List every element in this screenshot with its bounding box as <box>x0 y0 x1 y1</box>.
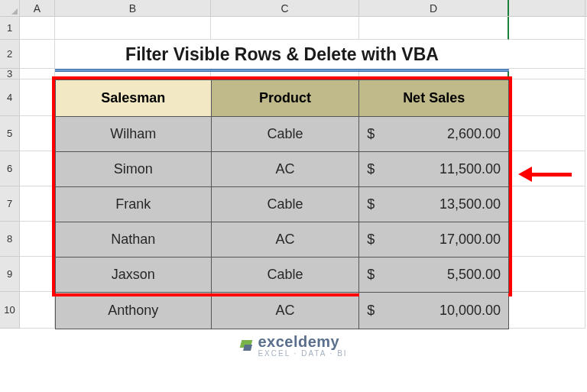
table-row[interactable]: Anthony AC $10,000.00 <box>56 293 509 329</box>
table-row[interactable]: Jaxson Cable $5,500.00 <box>56 258 509 293</box>
table-row[interactable]: Wilham Cable $2,600.00 <box>56 117 509 152</box>
pointer-arrow-icon <box>518 167 573 182</box>
cell-salesman: Jaxson <box>56 258 212 293</box>
row-header-8[interactable]: 8 <box>0 222 20 257</box>
row-header-5[interactable]: 5 <box>0 116 20 151</box>
watermark-brand: exceldemy <box>258 333 339 351</box>
data-table: Salesman Product Net Sales Wilham Cable … <box>55 79 509 329</box>
col-header-next[interactable] <box>509 0 585 16</box>
title-underline <box>55 69 509 72</box>
cell-netsales: $2,600.00 <box>359 117 509 152</box>
cell-product: Cable <box>211 258 359 293</box>
col-header-A[interactable]: A <box>20 0 55 16</box>
table-row[interactable]: Nathan AC $17,000.00 <box>56 222 509 258</box>
row-header-2[interactable]: 2 <box>0 40 20 69</box>
row-header-6[interactable]: 6 <box>0 151 20 186</box>
row-header-9[interactable]: 9 <box>0 257 20 292</box>
cell-salesman: Nathan <box>56 222 212 258</box>
cell-netsales: $5,500.00 <box>359 258 509 293</box>
col-header-C[interactable]: C <box>211 0 359 16</box>
row-header-col: 1 2 3 4 5 6 7 8 9 10 <box>0 17 20 329</box>
page-title: Filter Visible Rows & Delete with VBA <box>55 40 509 69</box>
exceldemy-logo-icon <box>239 339 253 352</box>
cell-netsales: $10,000.00 <box>359 293 509 329</box>
cell-salesman: Anthony <box>56 293 212 329</box>
cell-product: Cable <box>211 187 359 222</box>
cell-netsales: $13,500.00 <box>359 187 509 222</box>
col-header-D[interactable]: D <box>359 0 509 16</box>
cells-area[interactable]: Filter Visible Rows & Delete with VBA Sa… <box>20 17 585 329</box>
row-header-1[interactable]: 1 <box>0 17 20 40</box>
row-header-4[interactable]: 4 <box>0 79 20 116</box>
cell-product: AC <box>211 293 359 329</box>
cell-netsales: $11,500.00 <box>359 152 509 187</box>
select-all-triangle[interactable] <box>0 0 20 16</box>
th-salesman[interactable]: Salesman <box>56 80 212 117</box>
watermark-sub: EXCEL · DATA · BI <box>258 349 347 358</box>
col-header-B[interactable]: B <box>55 0 211 16</box>
data-table-highlight: Salesman Product Net Sales Wilham Cable … <box>55 79 509 293</box>
th-product[interactable]: Product <box>211 80 359 117</box>
column-header-row: A B C D <box>0 0 587 17</box>
cell-netsales: $17,000.00 <box>359 222 509 258</box>
cell-salesman: Wilham <box>56 117 212 152</box>
row-header-7[interactable]: 7 <box>0 186 20 222</box>
spreadsheet-view: A B C D 1 2 3 4 5 6 7 8 9 10 <box>0 0 587 329</box>
cell-product: AC <box>211 222 359 258</box>
table-row[interactable]: Simon AC $11,500.00 <box>56 152 509 187</box>
watermark: exceldemy EXCEL · DATA · BI <box>0 333 587 358</box>
cell-salesman: Frank <box>56 187 212 222</box>
table-row[interactable]: Frank Cable $13,500.00 <box>56 187 509 222</box>
cell-salesman: Simon <box>56 152 212 187</box>
row-header-3[interactable]: 3 <box>0 69 20 79</box>
cell-product: AC <box>211 152 359 187</box>
row-header-10[interactable]: 10 <box>0 292 20 329</box>
cell-product: Cable <box>211 117 359 152</box>
th-netsales[interactable]: Net Sales <box>359 80 509 117</box>
